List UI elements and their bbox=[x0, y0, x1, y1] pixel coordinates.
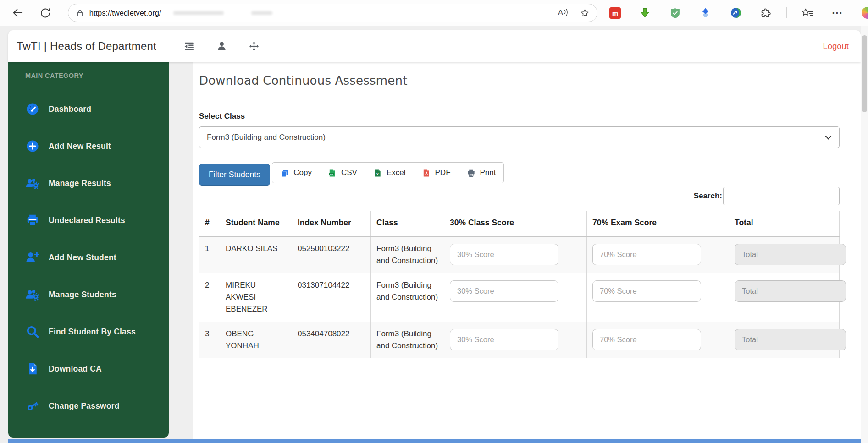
pdf-button[interactable]: PDF bbox=[414, 162, 459, 183]
class-select-value: Form3 (Building and Construction) bbox=[207, 133, 326, 142]
row-number-cell: 3 bbox=[199, 322, 220, 358]
class-score-input[interactable] bbox=[450, 329, 558, 350]
mendeley-extension-icon[interactable]: m bbox=[609, 7, 621, 19]
export-button-group: Copy csv CSV x Excel PDF Print bbox=[272, 162, 504, 183]
svg-text:x: x bbox=[376, 171, 379, 176]
table-header-row: # Student Name Index Number Class 30% Cl… bbox=[199, 211, 840, 236]
sidebar-item-label: Download CA bbox=[49, 364, 102, 374]
col-header-total: Total bbox=[729, 211, 840, 236]
sidebar-item-find-student-by-class[interactable]: Find Student By Class bbox=[25, 323, 169, 341]
read-aloud-letter: A bbox=[558, 8, 563, 17]
search-label: Search: bbox=[694, 191, 722, 201]
read-aloud-icon[interactable]: A bbox=[558, 8, 568, 17]
toolbar-divider bbox=[786, 7, 787, 18]
csv-file-icon: csv bbox=[328, 169, 337, 177]
select-class-label: Select Class bbox=[199, 112, 840, 121]
sidebar-item-label: Undeclared Results bbox=[49, 216, 125, 225]
extensions-row: m ··· bbox=[609, 7, 868, 19]
settings-ellipsis-icon[interactable]: ··· bbox=[831, 7, 844, 19]
redacted-url-text bbox=[251, 11, 272, 15]
browser-toolbar: https://twedietvet.org/ A m bbox=[0, 0, 868, 26]
adguard-shield-extension-icon[interactable] bbox=[669, 7, 681, 19]
app-title: TwTI | Heads of Department bbox=[17, 40, 156, 53]
user-profile-icon[interactable] bbox=[216, 40, 228, 52]
filter-students-button[interactable]: Filter Students bbox=[199, 164, 270, 186]
sidebar-item-label: Add New Student bbox=[49, 253, 116, 263]
exam-score-input[interactable] bbox=[592, 280, 701, 302]
sidebar-item-add-new-result[interactable]: Add New Result bbox=[25, 137, 169, 155]
class-select[interactable]: Form3 (Building and Construction) bbox=[199, 126, 840, 148]
reload-icon bbox=[39, 7, 51, 19]
class-score-input[interactable] bbox=[450, 244, 558, 265]
sidebar-item-manage-students[interactable]: Manage Students bbox=[25, 285, 169, 304]
search-input[interactable] bbox=[723, 187, 840, 205]
sound-waves-icon bbox=[564, 8, 568, 16]
sidebar-item-label: Find Student By Class bbox=[49, 327, 136, 337]
sidebar-item-add-new-student[interactable]: Add New Student bbox=[25, 248, 169, 267]
csv-button[interactable]: csv CSV bbox=[320, 162, 365, 183]
users-gear-icon bbox=[25, 176, 40, 191]
copy-label: Copy bbox=[293, 168, 312, 177]
class-cell: Form3 (Building and Construction) bbox=[371, 322, 444, 358]
file-download-icon bbox=[25, 361, 40, 376]
sidebar-item-label: Add New Result bbox=[49, 142, 111, 151]
table-row: 3 OBENG YONHAH 053404708022 Form3 (Build… bbox=[199, 322, 840, 358]
class-score-input[interactable] bbox=[450, 280, 558, 302]
excel-button[interactable]: x Excel bbox=[365, 162, 414, 183]
favorite-star-icon[interactable] bbox=[580, 8, 590, 18]
filter-students-label: Filter Students bbox=[209, 170, 260, 179]
total-input bbox=[735, 280, 846, 302]
sidebar-toggle-outdent-icon[interactable] bbox=[183, 40, 195, 52]
sidebar-item-undeclared-results[interactable]: Undeclared Results bbox=[25, 211, 169, 230]
pdf-label: PDF bbox=[435, 168, 451, 177]
print-label: Print bbox=[480, 168, 496, 177]
search-icon bbox=[25, 324, 40, 339]
sidebar-item-manage-results[interactable]: Manage Results bbox=[25, 174, 169, 192]
table-row: 2 MIREKU AKWESI EBENEZER 031307104422 Fo… bbox=[199, 273, 840, 322]
blue-kite-extension-icon[interactable] bbox=[699, 7, 712, 19]
sidebar-item-label: Manage Students bbox=[49, 290, 116, 300]
extensions-puzzle-icon[interactable] bbox=[760, 7, 772, 19]
user-plus-icon bbox=[25, 250, 40, 265]
sidebar-item-label: Manage Results bbox=[49, 179, 111, 188]
copy-button[interactable]: Copy bbox=[272, 162, 320, 183]
svg-text:csv: csv bbox=[330, 173, 334, 175]
browser-reload-button[interactable] bbox=[38, 5, 53, 21]
download-arrow-extension-icon[interactable] bbox=[639, 7, 651, 19]
key-icon bbox=[25, 399, 40, 413]
col-header-exam-score: 70% Exam Score bbox=[587, 211, 729, 236]
exam-score-input[interactable] bbox=[592, 329, 701, 350]
sidebar-item-label: Change Password bbox=[49, 401, 120, 411]
csv-label: CSV bbox=[341, 168, 357, 177]
url-text: https://twedietvet.org/ bbox=[89, 9, 161, 17]
col-header-index-number: Index Number bbox=[292, 211, 371, 236]
favorites-hub-icon[interactable] bbox=[801, 7, 813, 19]
col-header-class: Class bbox=[371, 211, 444, 236]
printer-icon bbox=[25, 213, 40, 228]
sidebar-item-label: Dashboard bbox=[49, 104, 91, 114]
sidebar-item-change-password[interactable]: Change Password bbox=[25, 397, 169, 415]
excel-file-icon: x bbox=[373, 169, 382, 177]
logout-link[interactable]: Logout bbox=[823, 41, 849, 51]
move-arrows-icon[interactable] bbox=[248, 40, 260, 52]
class-cell: Form3 (Building and Construction) bbox=[371, 273, 444, 322]
student-name-cell: MIREKU AKWESI EBENEZER bbox=[220, 273, 292, 322]
row-number-cell: 1 bbox=[199, 236, 220, 273]
address-bar[interactable]: https://twedietvet.org/ A bbox=[68, 4, 597, 22]
vertical-scrollbar[interactable] bbox=[861, 26, 868, 443]
exam-score-input[interactable] bbox=[592, 244, 701, 265]
ca-table: # Student Name Index Number Class 30% Cl… bbox=[199, 211, 840, 359]
sidebar-item-download-ca[interactable]: Download CA bbox=[25, 360, 169, 378]
print-button[interactable]: Print bbox=[459, 162, 504, 183]
student-name-cell: DARKO SILAS bbox=[220, 236, 292, 273]
back-arrow-icon bbox=[12, 7, 24, 19]
browser-back-button[interactable] bbox=[10, 5, 26, 21]
plus-circle-icon bbox=[25, 139, 40, 153]
sidebar-item-dashboard[interactable]: Dashboard bbox=[25, 100, 169, 118]
scrollbar-thumb[interactable] bbox=[862, 35, 867, 112]
idm-extension-icon[interactable] bbox=[730, 7, 742, 19]
copilot-icon[interactable] bbox=[862, 7, 868, 19]
col-header-student-name: Student Name bbox=[220, 211, 292, 236]
users-gear-icon bbox=[25, 287, 40, 302]
col-header-class-score: 30% Class Score bbox=[444, 211, 587, 236]
